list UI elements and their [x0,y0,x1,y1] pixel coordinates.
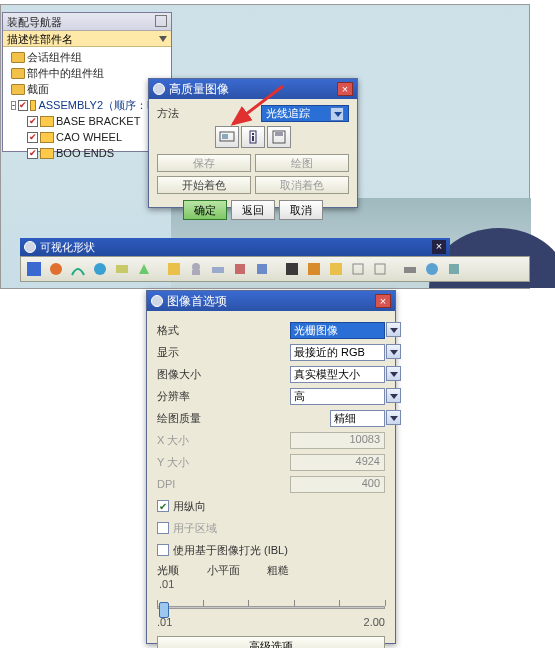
xsize-label: X 大小 [157,433,290,448]
tool-button[interactable] [164,259,184,279]
tree-label: 会话组件组 [27,50,82,65]
size-select[interactable]: 真实模型大小 [290,366,385,383]
tool-button[interactable] [112,259,132,279]
tool-button[interactable] [282,259,302,279]
mode-save-button[interactable] [267,126,291,148]
tool-button[interactable] [90,259,110,279]
format-label: 格式 [157,323,290,338]
quality-label: 绘图质量 [157,411,330,426]
tool-button[interactable] [444,259,464,279]
select-value: 高 [294,389,305,404]
slider-tick-value: .01 [159,578,385,590]
tree-item-assembly[interactable]: - ASSEMBLY2（顺序：时间 [5,97,169,113]
visualize-shape-titlebar[interactable]: 可视化形状 × [20,238,450,256]
folder-icon [11,84,25,95]
tree-item[interactable]: 部件中的组件组 [5,65,169,81]
close-button[interactable]: × [432,240,446,254]
gear-icon [153,83,165,95]
slider-label-facet: 小平面 [207,563,267,578]
tool-button[interactable] [230,259,250,279]
subregion-checkbox[interactable] [157,522,169,534]
tree-item[interactable]: BASE BRACKET [5,113,169,129]
high-quality-image-dialog: 高质量图像 × 方法 光线追踪 保存 绘图 开始着色 取消着色 确定 返回 取消 [148,78,358,208]
display-select[interactable]: 最接近的 RGB [290,344,385,361]
tool-button[interactable] [348,259,368,279]
tool-button[interactable] [68,259,88,279]
ibl-checkbox[interactable] [157,544,169,556]
tool-button[interactable] [400,259,420,279]
tool-button[interactable] [370,259,390,279]
smooth-slider[interactable] [157,592,385,618]
tool-button[interactable] [134,259,154,279]
mode-info-button[interactable] [241,126,265,148]
tool-button[interactable] [326,259,346,279]
tool-button[interactable] [252,259,272,279]
checkbox-icon[interactable] [18,100,28,111]
cancel-shade-button[interactable]: 取消着色 [255,176,349,194]
tree-item[interactable]: CAO WHEEL [5,129,169,145]
part-icon [40,132,54,143]
svg-rect-8 [27,262,41,276]
assembly-navigator-panel: 装配导航器 描述性部件名 会话组件组 部件中的组件组 截面 - ASSEMBLY… [2,12,172,152]
visualize-title-text: 可视化形状 [40,240,95,255]
svg-rect-6 [275,132,283,136]
resolution-label: 分辨率 [157,389,290,404]
select-value: 光栅图像 [294,323,338,338]
expand-toggle[interactable]: - [11,101,16,110]
navigator-filter-bar[interactable]: 描述性部件名 [3,31,171,47]
select-value: 真实模型大小 [294,367,360,382]
slider-label-smooth: 光顺 [157,563,207,578]
method-value: 光线追踪 [266,106,310,121]
chevron-down-icon [386,388,401,403]
tree-item[interactable]: 会话组件组 [5,49,169,65]
mode-window-button[interactable] [215,126,239,148]
close-button[interactable]: × [337,82,353,96]
dialog-titlebar[interactable]: 高质量图像 × [149,79,357,99]
format-select[interactable]: 光栅图像 [290,322,385,339]
checkbox-icon[interactable] [27,116,38,127]
advanced-options-button[interactable]: 高级选项 [157,636,385,648]
slider-thumb[interactable] [159,602,169,618]
dialog-titlebar[interactable]: 图像首选项 × [147,291,395,311]
cancel-button[interactable]: 取消 [279,200,323,220]
svg-rect-23 [375,264,385,274]
quality-select[interactable]: 精细 [330,410,385,427]
tool-button[interactable] [304,259,324,279]
ok-button[interactable]: 确定 [183,200,227,220]
chevron-down-icon [159,36,167,42]
resolution-select[interactable]: 高 [290,388,385,405]
part-icon [40,116,54,127]
size-label: 图像大小 [157,367,290,382]
method-select[interactable]: 光线追踪 [261,105,349,122]
display-label: 显示 [157,345,290,360]
tree-item[interactable]: 截面 [5,81,169,97]
ibl-label: 使用基于图像打光 (IBL) [173,543,385,558]
draw-button[interactable]: 绘图 [255,154,349,172]
dpi-label: DPI [157,478,290,490]
tool-button[interactable] [208,259,228,279]
tool-button[interactable] [46,259,66,279]
checkbox-icon[interactable] [27,132,38,143]
svg-rect-1 [222,134,228,139]
tool-button[interactable] [186,259,206,279]
navigator-collapse-button[interactable] [155,15,167,27]
chevron-down-icon [386,322,401,337]
save-button[interactable]: 保存 [157,154,251,172]
portrait-checkbox[interactable] [157,500,169,512]
tool-button[interactable] [24,259,44,279]
navigator-tree: 会话组件组 部件中的组件组 截面 - ASSEMBLY2（顺序：时间 BASE … [3,47,171,163]
tool-button[interactable] [422,259,442,279]
tree-item[interactable]: BOO ENDS [5,145,169,161]
navigator-title: 装配导航器 [3,13,171,31]
back-button[interactable]: 返回 [231,200,275,220]
svg-rect-3 [252,133,254,135]
close-button[interactable]: × [375,294,391,308]
svg-rect-4 [252,136,254,141]
start-shade-button[interactable]: 开始着色 [157,176,251,194]
svg-marker-12 [139,264,149,274]
slider-label-rough: 粗糙 [267,563,289,578]
image-preferences-dialog: 图像首选项 × 格式 光栅图像 显示 最接近的 RGB 图像大小 真实模型大小 … [146,290,396,644]
checkbox-icon[interactable] [27,148,38,159]
ysize-input: 4924 [290,454,385,471]
select-value: 精细 [334,411,356,426]
